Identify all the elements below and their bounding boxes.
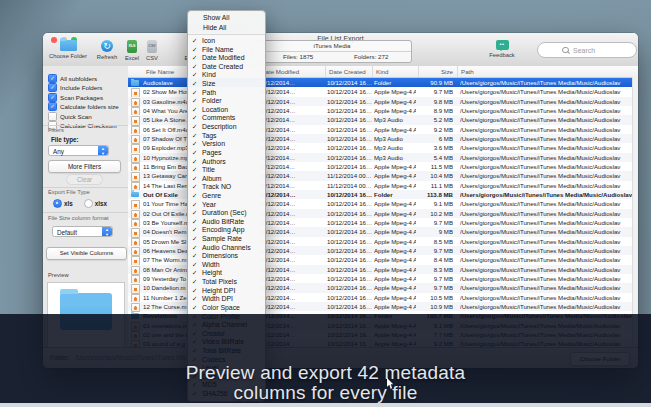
clear-button[interactable]: Clear bbox=[66, 174, 103, 185]
checkmark-icon: ✓ bbox=[192, 80, 202, 89]
menu-item-label: Kind bbox=[202, 71, 216, 78]
menu-item-label: File Name bbox=[202, 46, 233, 53]
menu-item-label: Height bbox=[202, 269, 222, 276]
menu-item-authors[interactable]: ✓Authors bbox=[188, 158, 265, 167]
date-modified-cell: 11/12/2014… bbox=[259, 78, 324, 87]
menu-item-genre[interactable]: ✓Genre bbox=[188, 192, 265, 201]
menu-item-hide-all[interactable]: Hide All bbox=[188, 23, 265, 33]
column-header-kind[interactable]: Kind bbox=[372, 66, 418, 77]
date-created-cell: 10/12/2014 16… bbox=[327, 115, 373, 124]
date-modified-cell: 10/12/2014… bbox=[259, 106, 324, 115]
menu-item-size[interactable]: ✓Size bbox=[188, 80, 265, 89]
menu-item-kind[interactable]: ✓Kind bbox=[188, 71, 265, 80]
date-created-cell: 10/12/2014 16… bbox=[327, 302, 373, 311]
menu-item-label: Track NO bbox=[202, 183, 231, 190]
menu-divider bbox=[188, 34, 265, 35]
date-created-cell: 10/12/2014 16… bbox=[327, 293, 373, 302]
menu-item-pages[interactable]: ✓Pages bbox=[188, 149, 265, 158]
search-field[interactable] bbox=[537, 42, 637, 58]
menu-item-label: Path bbox=[202, 89, 216, 96]
menu-item-height-dpi[interactable]: ✓Height DPI bbox=[188, 287, 265, 296]
date-created-cell: 10/12/2014 16… bbox=[327, 274, 373, 283]
radio-label: xls bbox=[64, 200, 73, 207]
kind-cell: Apple Mpeg-4 A… bbox=[374, 199, 416, 208]
csv-export-toolbar-button[interactable]: CSV CSV bbox=[141, 40, 163, 61]
checkmark-icon: ✓ bbox=[192, 287, 202, 296]
menu-item-file-name[interactable]: ✓File Name bbox=[188, 46, 265, 55]
path-cell: /Users/giorgos/Music/iTunes/iTunes Media… bbox=[460, 181, 633, 190]
menu-item-comments[interactable]: ✓Comments bbox=[188, 114, 265, 123]
date-modified-cell: 10/12/2014… bbox=[259, 171, 324, 180]
checkbox-quick-scan[interactable]: Quick Scan bbox=[48, 112, 92, 121]
checkbox-calculate-folders-size[interactable]: ✓Calculate folders size bbox=[48, 102, 119, 111]
date-created-cell: 10/12/2014 16… bbox=[327, 97, 373, 106]
menu-item-description[interactable]: ✓Description bbox=[188, 123, 265, 132]
menu-item-show-all[interactable]: Show All bbox=[188, 13, 265, 23]
menu-item-audio-channels[interactable]: ✓Audio Channels bbox=[188, 244, 265, 253]
radio-xlsx[interactable]: xlsx bbox=[84, 199, 107, 208]
menu-item-title[interactable]: ✓Title bbox=[188, 166, 265, 175]
column-header-date-modified[interactable]: Date Modified bbox=[257, 66, 325, 77]
file-size-format-label: File Size column format bbox=[48, 215, 109, 221]
checkmark-icon: ✓ bbox=[192, 304, 202, 313]
menu-item-sample-rate[interactable]: ✓Sample Rate bbox=[188, 235, 265, 244]
menu-item-total-pixels[interactable]: ✓Total Pixels bbox=[188, 278, 265, 287]
path-cell: /Users/giorgos/Music/iTunes/iTunes Media… bbox=[460, 115, 633, 124]
feedback-button[interactable]: •• Feedback bbox=[481, 40, 523, 58]
menu-item-width[interactable]: ✓Width bbox=[188, 261, 265, 270]
menu-item-year[interactable]: ✓Year bbox=[188, 201, 265, 210]
menu-item-date-created[interactable]: ✓Date Created bbox=[188, 63, 265, 72]
menu-item-width-dpi[interactable]: ✓Width DPI bbox=[188, 295, 265, 304]
menu-item-icon[interactable]: ✓Icon bbox=[188, 37, 265, 46]
menu-item-folder[interactable]: ✓Folder bbox=[188, 97, 265, 106]
path-cell: /Users/giorgos/Music/iTunes/iTunes Media… bbox=[460, 153, 633, 162]
more-filters-button[interactable]: More Filters bbox=[48, 160, 121, 173]
checkmark-icon: ✓ bbox=[192, 123, 202, 132]
date-created-cell: 10/12/2014 16… bbox=[327, 190, 373, 199]
menu-item-date-modified[interactable]: ✓Date Modified bbox=[188, 54, 265, 63]
choose-folder-toolbar-button[interactable]: Choose Folder bbox=[45, 40, 91, 59]
checkmark-icon: ✓ bbox=[192, 295, 202, 304]
column-header-size[interactable]: Size bbox=[418, 66, 455, 77]
size-format-select[interactable]: Default ▲▼ bbox=[52, 226, 113, 237]
checkbox-scan-packages[interactable]: ✓Scan Packages bbox=[48, 93, 103, 102]
menu-item-label: Audio BitRate bbox=[202, 218, 244, 225]
kind-cell: Apple Mpeg-4 A… bbox=[374, 125, 416, 134]
date-created-cell: 10/12/2014 16… bbox=[327, 255, 373, 264]
date-created-cell: 10/12/2014 16… bbox=[327, 199, 373, 208]
column-header-date-created[interactable]: Date Created bbox=[325, 66, 372, 77]
size-cell: 9.7 MB bbox=[416, 274, 453, 283]
menu-item-location[interactable]: ✓Location bbox=[188, 106, 265, 115]
checkmark-icon: ✓ bbox=[192, 235, 202, 244]
checkbox-include-folders[interactable]: ✓Include Folders bbox=[48, 83, 102, 92]
path-cell: /Users/giorgos/Music/iTunes/iTunes Media… bbox=[460, 125, 633, 134]
column-header-path[interactable]: Path bbox=[457, 66, 627, 77]
menu-item-track-no[interactable]: ✓Track NO bbox=[188, 183, 265, 192]
menu-item-duration-sec-[interactable]: ✓Duration (Sec) bbox=[188, 209, 265, 218]
set-visible-columns-button[interactable]: Set Visible Columns bbox=[46, 247, 127, 260]
menu-item-path[interactable]: ✓Path bbox=[188, 89, 265, 98]
checkbox-all-subfolders[interactable]: ✓All subfolders bbox=[48, 74, 97, 83]
checkmark-icon: ✓ bbox=[192, 114, 202, 123]
kind-cell: Apple Mpeg-4 A… bbox=[374, 87, 416, 96]
vertical-scrollbar[interactable] bbox=[632, 77, 638, 348]
radio-xls[interactable]: xls bbox=[53, 199, 73, 208]
kind-cell: Apple Mpeg-4 A… bbox=[374, 302, 416, 311]
menu-item-audio-bitrate[interactable]: ✓Audio BitRate bbox=[188, 218, 265, 227]
divider bbox=[43, 125, 128, 126]
kind-cell: Apple Mpeg-4 A… bbox=[374, 274, 416, 283]
path-cell: /Users/giorgos/Music/iTunes/iTunes Media… bbox=[460, 97, 633, 106]
menu-item-encoding-app[interactable]: ✓Encoding App bbox=[188, 226, 265, 235]
search-input[interactable] bbox=[571, 44, 633, 57]
refresh-toolbar-button[interactable]: ↻ Refresh bbox=[93, 40, 121, 60]
menu-item-label: Icon bbox=[202, 37, 215, 44]
menu-item-tags[interactable]: ✓Tags bbox=[188, 132, 265, 141]
file-type-select[interactable]: Any ▲▼ bbox=[48, 145, 109, 156]
size-cell: 9.7 MB bbox=[416, 283, 453, 292]
menu-item-version[interactable]: ✓Version bbox=[188, 140, 265, 149]
menu-item-height[interactable]: ✓Height bbox=[188, 269, 265, 278]
menu-item-label: Version bbox=[202, 140, 225, 147]
menu-item-album[interactable]: ✓Album bbox=[188, 175, 265, 184]
menu-item-dimensions[interactable]: ✓Dimensions bbox=[188, 252, 265, 261]
menu-item-color-space[interactable]: ✓Color Space bbox=[188, 304, 265, 313]
